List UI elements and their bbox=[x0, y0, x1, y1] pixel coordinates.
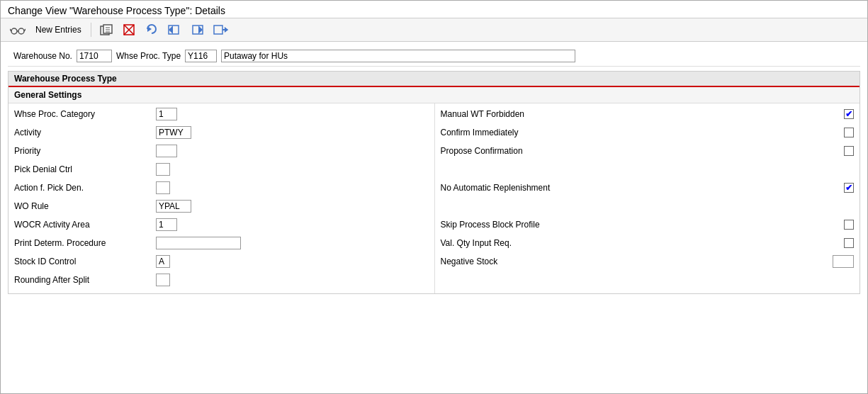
whse-proc-type-label: Whse Proc. Type bbox=[116, 51, 181, 61]
rounding-after-split-row: Rounding After Split bbox=[14, 272, 429, 288]
back-icon bbox=[167, 23, 181, 36]
delete-icon bbox=[122, 23, 136, 36]
pick-denial-ctrl-input[interactable] bbox=[156, 163, 170, 176]
warehouse-no-label: Warehouse No. bbox=[13, 51, 72, 61]
skip-process-block-row: Skip Process Block Profile bbox=[441, 217, 855, 232]
action-pick-den-label: Action f. Pick Den. bbox=[14, 183, 156, 193]
copy-button[interactable] bbox=[96, 21, 117, 38]
priority-input[interactable] bbox=[156, 145, 177, 157]
svg-point-0 bbox=[11, 28, 17, 34]
wo-rule-label: WO Rule bbox=[14, 201, 156, 211]
no-auto-replenishment-row: No Automatic Replenishment ✔ bbox=[441, 180, 855, 196]
rounding-after-split-input[interactable] bbox=[156, 274, 170, 286]
rounding-after-split-label: Rounding After Split bbox=[14, 275, 156, 285]
wocr-activity-area-label: WOCR Activity Area bbox=[14, 220, 156, 230]
confirm-immediately-row: Confirm Immediately bbox=[441, 125, 855, 140]
stock-id-control-input[interactable] bbox=[156, 255, 170, 268]
no-auto-replenishment-checkmark: ✔ bbox=[845, 183, 852, 193]
stock-id-control-row: Stock ID Control bbox=[14, 254, 429, 269]
glasses-icon-btn[interactable] bbox=[6, 21, 29, 38]
action-pick-den-input[interactable] bbox=[156, 181, 170, 194]
wo-rule-row: WO Rule bbox=[14, 198, 429, 214]
activity-row: Activity bbox=[14, 125, 429, 140]
whse-proc-category-input[interactable] bbox=[156, 108, 177, 120]
toolbar-separator-1 bbox=[91, 23, 91, 37]
exit-button[interactable] bbox=[209, 21, 232, 38]
skip-process-block-checkbox[interactable] bbox=[844, 220, 854, 230]
subsection-title: General Settings bbox=[9, 87, 859, 103]
negative-stock-input[interactable] bbox=[833, 255, 854, 268]
undo-button[interactable] bbox=[141, 21, 162, 38]
confirm-immediately-label: Confirm Immediately bbox=[441, 128, 582, 137]
svg-marker-17 bbox=[198, 26, 203, 34]
no-auto-replenishment-label: No Automatic Replenishment bbox=[441, 183, 582, 193]
section-title: Warehouse Process Type bbox=[9, 72, 859, 87]
glasses-icon bbox=[10, 23, 26, 36]
propose-confirmation-row: Propose Confirmation bbox=[441, 143, 855, 159]
page-title: Change View "Warehouse Process Type": De… bbox=[8, 5, 860, 16]
undo-icon bbox=[145, 23, 159, 36]
whse-proc-type-input[interactable] bbox=[185, 50, 217, 62]
manual-wt-forbidden-row: Manual WT Forbidden ✔ bbox=[441, 106, 855, 122]
copy-icon bbox=[99, 23, 113, 36]
manual-wt-forbidden-label: Manual WT Forbidden bbox=[441, 109, 582, 119]
exit-icon bbox=[213, 23, 228, 36]
pick-denial-ctrl-label: Pick Denial Ctrl bbox=[14, 164, 156, 174]
skip-process-block-label: Skip Process Block Profile bbox=[441, 220, 582, 230]
manual-wt-forbidden-checkmark: ✔ bbox=[845, 109, 852, 119]
delete-button[interactable] bbox=[118, 21, 140, 38]
val-qty-input-checkbox[interactable] bbox=[844, 238, 854, 248]
wocr-activity-area-row: WOCR Activity Area bbox=[14, 217, 429, 232]
priority-row: Priority bbox=[14, 143, 429, 159]
svg-line-4 bbox=[24, 29, 26, 31]
val-qty-input-label: Val. Qty Input Req. bbox=[441, 238, 582, 248]
description-input[interactable] bbox=[221, 50, 575, 62]
propose-confirmation-label: Propose Confirmation bbox=[441, 146, 582, 156]
val-qty-input-row: Val. Qty Input Req. bbox=[441, 235, 855, 251]
priority-label: Priority bbox=[14, 146, 156, 156]
no-auto-replenishment-checkbox[interactable]: ✔ bbox=[844, 183, 854, 193]
negative-stock-row: Negative Stock bbox=[441, 254, 855, 269]
pick-denial-ctrl-row: Pick Denial Ctrl bbox=[14, 162, 429, 177]
forward-icon bbox=[190, 23, 204, 36]
manual-wt-forbidden-checkbox[interactable]: ✔ bbox=[844, 109, 854, 119]
wocr-activity-area-input[interactable] bbox=[156, 218, 177, 231]
whse-proc-category-row: Whse Proc. Category bbox=[14, 106, 429, 122]
back-button[interactable] bbox=[164, 21, 185, 38]
svg-point-1 bbox=[18, 28, 24, 34]
negative-stock-label: Negative Stock bbox=[441, 257, 582, 266]
warehouse-no-input[interactable] bbox=[77, 50, 112, 62]
empty-row-1 bbox=[441, 162, 855, 177]
activity-label: Activity bbox=[14, 128, 156, 137]
svg-marker-15 bbox=[169, 26, 173, 34]
whse-proc-category-label: Whse Proc. Category bbox=[14, 109, 156, 119]
empty-row-2 bbox=[441, 198, 855, 214]
wo-rule-input[interactable] bbox=[156, 200, 191, 213]
confirm-immediately-checkbox[interactable] bbox=[844, 128, 854, 137]
print-determ-input[interactable] bbox=[156, 237, 241, 249]
print-determ-label: Print Determ. Procedure bbox=[14, 238, 156, 248]
new-entries-label: New Entries bbox=[35, 25, 81, 35]
svg-rect-18 bbox=[214, 26, 222, 34]
action-pick-den-row: Action f. Pick Den. bbox=[14, 180, 429, 196]
stock-id-control-label: Stock ID Control bbox=[14, 257, 156, 266]
activity-input[interactable] bbox=[156, 126, 191, 139]
new-entries-button[interactable]: New Entries bbox=[30, 23, 86, 37]
print-determ-row: Print Determ. Procedure bbox=[14, 235, 429, 251]
forward-button[interactable] bbox=[186, 21, 208, 38]
svg-line-3 bbox=[10, 29, 11, 31]
svg-marker-13 bbox=[147, 26, 152, 32]
propose-confirmation-checkbox[interactable] bbox=[844, 146, 854, 156]
